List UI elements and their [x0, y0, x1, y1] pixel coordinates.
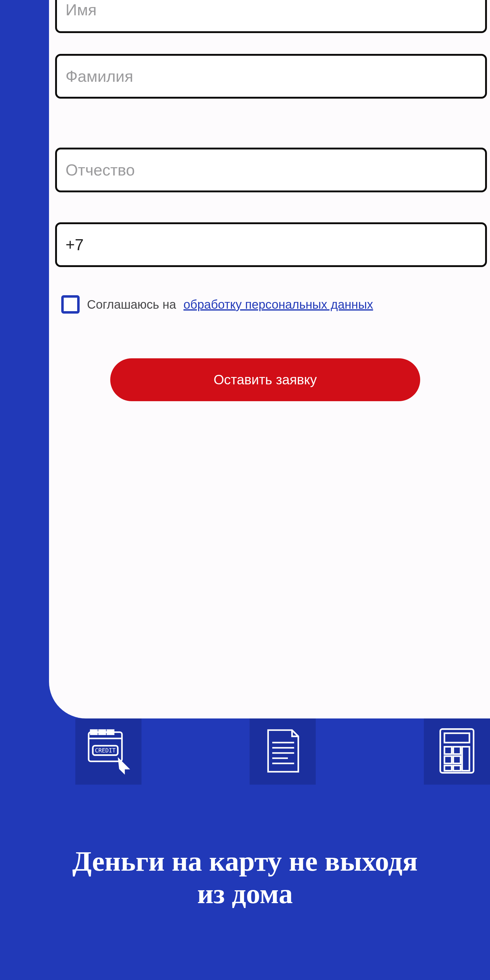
consent-link[interactable]: обработку персональных данных — [183, 298, 373, 312]
consent-checkbox[interactable] — [61, 295, 80, 313]
nav-item-calculator[interactable] — [424, 719, 490, 784]
surname-input[interactable] — [55, 54, 487, 99]
phone-input[interactable] — [55, 222, 487, 267]
svg-rect-17 — [453, 756, 461, 764]
calculator-icon — [431, 725, 483, 778]
svg-rect-14 — [444, 747, 452, 754]
svg-rect-15 — [453, 747, 461, 754]
nav-item-credit[interactable]: CREDIT — [75, 719, 142, 784]
consent-text: Соглашаюсь на — [87, 298, 176, 312]
application-form-panel: Соглашаюсь на обработку персональных дан… — [49, 0, 490, 719]
svg-rect-18 — [444, 766, 452, 771]
svg-text:CREDIT: CREDIT — [95, 747, 116, 754]
svg-rect-16 — [444, 756, 452, 764]
svg-rect-20 — [462, 747, 469, 770]
svg-rect-19 — [453, 766, 461, 771]
svg-rect-2 — [99, 730, 105, 734]
headline: Деньги на карту не выходя из дома — [0, 845, 490, 910]
consent-row: Соглашаюсь на обработку персональных дан… — [61, 295, 373, 313]
patronymic-input[interactable] — [55, 148, 487, 192]
first-name-input[interactable] — [55, 0, 487, 33]
svg-rect-3 — [108, 730, 114, 734]
credit-icon: CREDIT — [83, 725, 134, 778]
submit-button[interactable]: Оставить заявку — [110, 358, 420, 401]
bottom-nav: CREDIT — [75, 719, 490, 784]
svg-rect-1 — [91, 730, 97, 734]
svg-rect-13 — [444, 733, 469, 743]
nav-item-document[interactable] — [250, 719, 316, 784]
document-icon — [257, 725, 309, 778]
